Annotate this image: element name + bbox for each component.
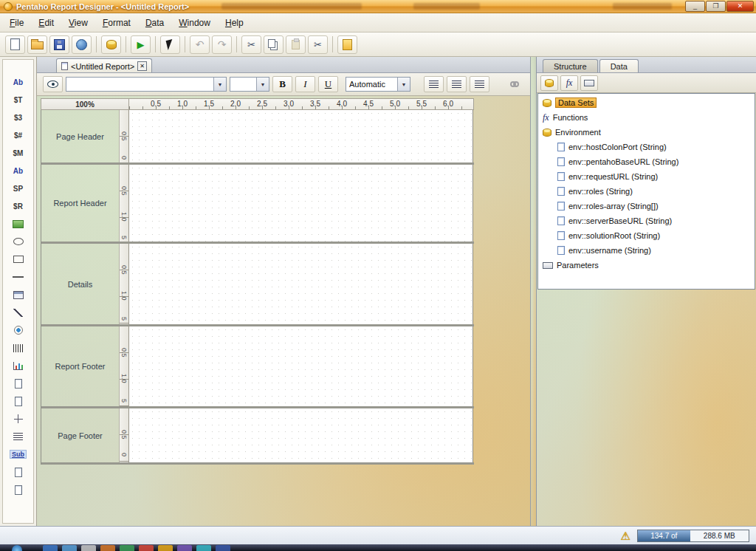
zoom-level[interactable]: 100%	[41, 98, 128, 110]
add-parameter-button[interactable]	[580, 75, 598, 91]
palette-item-resource-field[interactable]: SP	[4, 179, 32, 197]
tree-item-env-hostcolonport[interactable]: env::hostColonPort (String)	[538, 140, 755, 154]
page-footer-canvas[interactable]	[129, 408, 473, 462]
menu-edit[interactable]: Edit	[32, 15, 61, 31]
palette-item-external-content[interactable]	[4, 481, 32, 499]
tab-structure[interactable]: Structure	[543, 59, 598, 72]
warning-icon[interactable]: ⚠	[621, 530, 630, 541]
band-label[interactable]: Details	[41, 244, 119, 324]
bold-button[interactable]: B	[272, 76, 292, 92]
palette-item-date-field[interactable]: $#	[4, 126, 32, 144]
select-objects-button[interactable]	[160, 35, 180, 54]
taskbar-app-icon[interactable]	[120, 545, 134, 551]
band-label[interactable]: Page Header	[41, 110, 119, 162]
report-header-canvas[interactable]	[129, 165, 473, 242]
menu-window[interactable]: Window	[172, 15, 217, 31]
taskbar-app-icon[interactable]	[196, 545, 211, 551]
palette-item-table[interactable]	[4, 286, 32, 304]
band-label[interactable]: Report Header	[41, 165, 119, 242]
palette-item-resource-message[interactable]: $R	[4, 197, 32, 215]
maximize-button[interactable]: ❐	[706, 1, 726, 12]
add-datasource-button[interactable]	[101, 35, 121, 54]
tree-item-env-solutionroot[interactable]: env::solutionRoot (String)	[538, 228, 755, 243]
palette-item-content[interactable]	[4, 463, 32, 481]
minimize-button[interactable]: _	[685, 1, 705, 12]
palette-item-line-sparkline[interactable]	[4, 392, 32, 410]
palette-item-barcode[interactable]	[4, 339, 32, 357]
tree-item-env-roles[interactable]: env::roles (String)	[538, 184, 755, 199]
tree-item-parameters[interactable]: Parameters	[538, 258, 755, 273]
save-report-button[interactable]	[49, 35, 69, 54]
tree-item-env-requesturl[interactable]: env::requestURL (String)	[538, 169, 755, 184]
document-tab[interactable]: <Untitled Report> ✕	[56, 58, 152, 72]
menu-view[interactable]: View	[62, 15, 94, 31]
palette-item-bar-sparkline[interactable]	[4, 374, 32, 392]
align-left-button[interactable]	[424, 76, 444, 92]
tab-close-button[interactable]: ✕	[137, 61, 147, 71]
windows-taskbar[interactable]	[0, 544, 756, 551]
palette-item-survey-scale[interactable]	[4, 321, 32, 339]
band-page-header[interactable]: Page Header 0.5 0	[41, 110, 474, 165]
band-report-footer[interactable]: Report Footer 0.5 1.0 5	[41, 326, 474, 408]
palette-item-image[interactable]	[4, 215, 32, 233]
taskbar-app-icon[interactable]	[216, 545, 230, 551]
report-wizard-button[interactable]	[337, 35, 357, 54]
palette-item-rectangle[interactable]	[4, 250, 32, 268]
band-report-header[interactable]: Report Header 0.5 1.0 5	[41, 165, 474, 244]
preview-button[interactable]: ▶	[131, 35, 151, 54]
tree-item-env-username[interactable]: env::username (String)	[538, 243, 755, 258]
delete-button[interactable]: ✂	[308, 35, 328, 54]
palette-item-band[interactable]	[4, 428, 32, 445]
band-label[interactable]: Report Footer	[41, 326, 119, 406]
chevron-down-icon[interactable]: ▼	[397, 78, 410, 91]
chevron-down-icon[interactable]: ▼	[213, 78, 226, 91]
menu-file[interactable]: File	[3, 15, 30, 31]
font-family-select[interactable]: ▼	[66, 77, 227, 92]
add-datasource-button-small[interactable]	[540, 75, 558, 91]
page-header-canvas[interactable]	[129, 110, 473, 162]
taskbar-app-icon[interactable]	[81, 545, 96, 551]
palette-item-chart[interactable]	[4, 357, 32, 374]
palette-item-line[interactable]	[4, 304, 32, 321]
taskbar-app-icon[interactable]	[43, 545, 58, 551]
taskbar-app-icon[interactable]	[100, 545, 115, 551]
taskbar-app-icon[interactable]	[62, 545, 77, 551]
italic-button[interactable]: I	[295, 76, 315, 92]
preview-toggle-button[interactable]	[43, 76, 63, 92]
chevron-down-icon[interactable]: ▼	[256, 78, 269, 91]
palette-item-number-field[interactable]: $3	[4, 109, 32, 126]
link-button[interactable]	[504, 76, 524, 92]
open-report-button[interactable]	[27, 35, 47, 54]
paste-button[interactable]	[286, 35, 306, 54]
panel-splitter[interactable]	[530, 57, 536, 526]
tab-data[interactable]: Data	[599, 59, 639, 72]
details-canvas[interactable]	[129, 244, 473, 324]
font-color-select[interactable]: Automatic ▼	[346, 77, 410, 92]
font-size-select[interactable]: ▼	[230, 77, 269, 92]
copy-button[interactable]	[264, 35, 284, 54]
underline-button[interactable]: U	[318, 76, 338, 92]
new-report-button[interactable]	[5, 35, 25, 54]
tree-item-environment[interactable]: Environment	[538, 125, 755, 140]
palette-item-label[interactable]: Ab	[4, 73, 32, 91]
palette-item-message-field[interactable]: $M	[4, 144, 32, 162]
tree-item-env-serverbaseurl[interactable]: env::serverBaseURL (String)	[538, 213, 755, 228]
close-button[interactable]: ✕	[726, 1, 754, 12]
band-page-footer[interactable]: Page Footer 0.5 0	[41, 408, 474, 465]
palette-item-subreport[interactable]: Sub	[4, 445, 32, 463]
palette-item-text-field[interactable]: $T	[4, 91, 32, 109]
taskbar-app-icon[interactable]	[177, 545, 192, 551]
report-footer-canvas[interactable]	[129, 326, 473, 406]
menu-help[interactable]: Help	[219, 15, 250, 31]
align-center-button[interactable]	[447, 76, 467, 92]
palette-item-horizontal-line[interactable]	[4, 268, 32, 286]
align-right-button[interactable]	[470, 76, 489, 92]
tree-item-env-pentahobaseurl[interactable]: env::pentahoBaseURL (String)	[538, 154, 755, 169]
tree-item-functions[interactable]: fx Functions	[538, 110, 755, 125]
cut-button[interactable]: ✂	[241, 35, 261, 54]
palette-item-crosstab[interactable]	[4, 410, 32, 428]
redo-button[interactable]: ↷	[212, 35, 232, 54]
menu-format[interactable]: Format	[96, 15, 137, 31]
band-details[interactable]: Details 0.5 1.0 5	[41, 244, 474, 326]
tree-item-data-sets[interactable]: Data Sets	[538, 95, 755, 110]
